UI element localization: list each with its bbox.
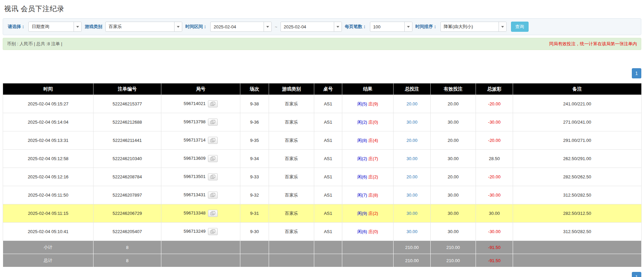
betting-records-page: 视讯 会员下注纪录 请选择： 日期查询 游戏类别 百家乐 时间区间： 2025-… bbox=[0, 0, 644, 277]
column-header: 结果 bbox=[342, 83, 394, 95]
cell-result: 闲(6) 庄(2) bbox=[342, 168, 394, 186]
summary-cell: 8 bbox=[93, 254, 161, 267]
cell-remark: 291.00/271.00 bbox=[513, 131, 642, 150]
cell-round-id: 596713431 bbox=[161, 186, 240, 204]
cell-total-bet: 30.00 bbox=[394, 186, 431, 204]
table-row: 2025-02-04 05:14:04522246212688596713798… bbox=[3, 113, 642, 131]
card-detail-icon bbox=[210, 102, 215, 106]
range-separator: ~ bbox=[275, 24, 277, 29]
query-type-combo[interactable]: 日期查询 bbox=[28, 22, 82, 32]
chevron-down-icon[interactable] bbox=[74, 22, 81, 31]
total-bet-link[interactable]: 20.00 bbox=[406, 101, 418, 106]
chevron-down-icon[interactable] bbox=[499, 22, 506, 31]
round-detail-button[interactable] bbox=[208, 210, 218, 217]
page-button-1-bottom[interactable]: 1 bbox=[632, 272, 641, 277]
round-detail-button[interactable] bbox=[208, 173, 218, 180]
round-detail-button[interactable] bbox=[208, 119, 218, 126]
pagination-top: 1 bbox=[3, 68, 641, 78]
cell-valid-bet: 30.00 bbox=[431, 150, 476, 168]
cell-remark: 312.50/282.50 bbox=[513, 223, 642, 241]
total-bet-link[interactable]: 30.00 bbox=[406, 193, 418, 198]
chevron-down-icon[interactable] bbox=[334, 22, 342, 31]
round-detail-button[interactable] bbox=[208, 137, 218, 144]
result-player: 闲(6) bbox=[357, 174, 367, 179]
chevron-down-icon[interactable] bbox=[264, 22, 271, 31]
cell-result: 闲(7) 庄(8) bbox=[342, 186, 394, 204]
game-type-combo[interactable]: 百家乐 bbox=[105, 22, 182, 32]
cell-valid-bet: 20.00 bbox=[431, 95, 476, 113]
cell-payout: -20.00 bbox=[476, 168, 513, 186]
page-button-1[interactable]: 1 bbox=[632, 68, 641, 78]
column-header: 桌号 bbox=[314, 83, 342, 95]
cell-payout: 30.00 bbox=[476, 204, 513, 223]
summary-cell bbox=[342, 241, 394, 254]
cell-session: 9-30 bbox=[240, 223, 269, 241]
result-player: 闲(6) bbox=[357, 229, 367, 234]
cell-total-bet: 30.00 bbox=[394, 113, 431, 131]
cell-remark: 241.00/221.00 bbox=[513, 95, 642, 113]
chevron-down-icon[interactable] bbox=[174, 22, 182, 31]
cell-round-id: 596713609 bbox=[161, 150, 240, 168]
cell-bet-id: 522246215377 bbox=[93, 95, 161, 113]
cell-payout: -30.00 bbox=[476, 223, 513, 241]
page-size-combo[interactable]: 100 bbox=[370, 22, 412, 32]
round-detail-button[interactable] bbox=[208, 155, 218, 162]
cell-session: 9-35 bbox=[240, 131, 269, 150]
cell-game-type: 百家乐 bbox=[269, 150, 314, 168]
cell-result: 闲(2) 庄(0) bbox=[342, 113, 394, 131]
summary-cell bbox=[314, 254, 342, 267]
cell-session: 9-34 bbox=[240, 150, 269, 168]
cell-valid-bet: 30.00 bbox=[431, 186, 476, 204]
date-to-value: 2025-02-04 bbox=[281, 22, 334, 31]
total-bet-link[interactable]: 30.00 bbox=[406, 211, 418, 216]
time-range-label: 时间区间： bbox=[185, 24, 207, 30]
cell-round-id: 596713714 bbox=[161, 131, 240, 150]
cell-table-no: AS1 bbox=[314, 113, 342, 131]
cell-game-type: 百家乐 bbox=[269, 204, 314, 223]
total-bet-link[interactable]: 30.00 bbox=[406, 156, 418, 161]
column-header: 注单编号 bbox=[93, 83, 161, 95]
summary-cell bbox=[269, 241, 314, 254]
cell-bet-id: 522246208784 bbox=[93, 168, 161, 186]
cell-total-bet: 30.00 bbox=[394, 204, 431, 223]
cell-game-type: 百家乐 bbox=[269, 223, 314, 241]
cell-valid-bet: 20.00 bbox=[431, 168, 476, 186]
cell-time: 2025-02-04 05:15:27 bbox=[3, 95, 93, 113]
cell-time: 2025-02-04 05:12:58 bbox=[3, 150, 93, 168]
summary-cell bbox=[161, 254, 240, 267]
date-from-combo[interactable]: 2025-02-04 bbox=[210, 22, 272, 32]
table-row: 2025-02-04 05:10:41522246205407596713249… bbox=[3, 223, 642, 241]
card-detail-icon bbox=[210, 138, 215, 143]
total-bet-link[interactable]: 20.00 bbox=[406, 138, 418, 143]
time-sort-combo[interactable]: 降冪(由大到小) bbox=[440, 22, 507, 32]
betting-records-table: 时间注单编号局号场次游戏类别桌号结果总投注有效投注总派彩备注 2025-02-0… bbox=[3, 83, 642, 267]
cell-time: 2025-02-04 05:13:31 bbox=[3, 131, 93, 150]
cell-bet-id: 522246206729 bbox=[93, 204, 161, 223]
summary-cell bbox=[513, 241, 642, 254]
round-detail-button[interactable] bbox=[208, 100, 218, 107]
date-to-combo[interactable]: 2025-02-04 bbox=[280, 22, 342, 32]
cell-valid-bet: 20.00 bbox=[431, 131, 476, 150]
cell-remark: 282.50/262.50 bbox=[513, 168, 642, 186]
total-bet-link[interactable]: 20.00 bbox=[406, 174, 418, 179]
cell-payout: -20.00 bbox=[476, 131, 513, 150]
chevron-down-icon[interactable] bbox=[404, 22, 412, 31]
summary-row: 小计8210.00210.00-91.50 bbox=[3, 241, 642, 254]
cell-result: 闲(2) 庄(7) bbox=[342, 150, 394, 168]
cell-table-no: AS1 bbox=[314, 186, 342, 204]
column-header: 总投注 bbox=[394, 83, 431, 95]
search-button[interactable]: 查询 bbox=[511, 22, 529, 32]
total-bet-link[interactable]: 30.00 bbox=[406, 229, 418, 234]
round-detail-button[interactable] bbox=[208, 192, 218, 199]
total-bet-link[interactable]: 30.00 bbox=[406, 120, 418, 125]
round-detail-button[interactable] bbox=[208, 228, 218, 235]
result-player: 闲(2) bbox=[357, 120, 367, 125]
result-banker: 庄(7) bbox=[368, 156, 378, 161]
date-from-value: 2025-02-04 bbox=[211, 22, 264, 31]
column-header: 有效投注 bbox=[431, 83, 476, 95]
table-row: 2025-02-04 05:11:15522246206729596713348… bbox=[3, 204, 642, 223]
time-sort-label: 时间排序： bbox=[415, 24, 437, 30]
cell-table-no: AS1 bbox=[314, 168, 342, 186]
summary-cell: -91.50 bbox=[476, 254, 513, 267]
cell-game-type: 百家乐 bbox=[269, 113, 314, 131]
